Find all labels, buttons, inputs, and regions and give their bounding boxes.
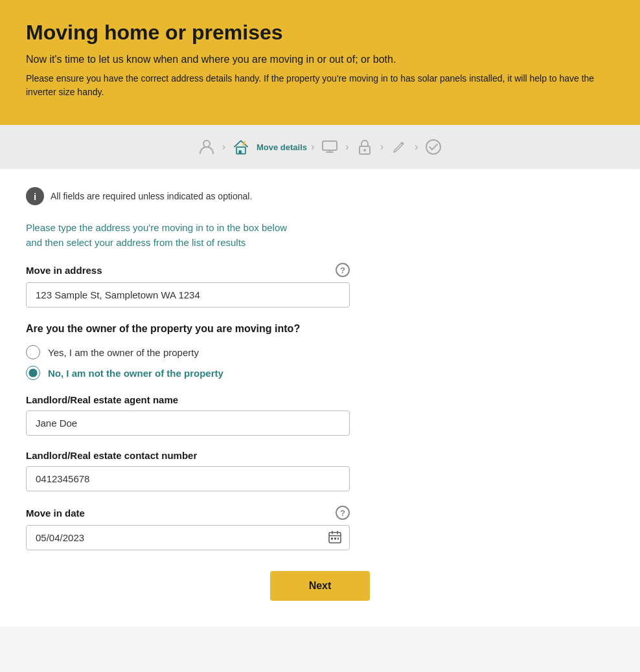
lock-icon (353, 135, 376, 159)
owner-question: Are you the owner of the property you ar… (26, 322, 614, 336)
chevron-icon-1: › (222, 141, 225, 153)
landlord-name-label-row: Landlord/Real estate agent name (26, 394, 350, 405)
move-date-label: Move in date (26, 508, 85, 519)
radio-yes-owner[interactable] (26, 345, 40, 359)
calendar-icon (328, 530, 342, 544)
svg-rect-9 (331, 537, 333, 539)
svg-point-7 (426, 140, 440, 154)
svg-rect-4 (323, 141, 337, 150)
owner-question-section: Are you the owner of the property you ar… (26, 322, 614, 380)
landlord-contact-label: Landlord/Real estate contact number (26, 450, 197, 461)
address-input[interactable] (26, 282, 350, 308)
svg-rect-2 (238, 150, 241, 153)
radio-option-yes[interactable]: Yes, I am the owner of the property (26, 345, 614, 359)
next-button[interactable]: Next (270, 571, 371, 601)
stepper-item-account[interactable] (195, 135, 218, 159)
move-date-form-group: Move in date ? (26, 506, 350, 550)
header-subtitle: Now it's time to let us know when and wh… (26, 54, 614, 65)
chevron-icon-2: › (311, 141, 314, 153)
radio-option-no[interactable]: No, I am not the owner of the property (26, 366, 614, 380)
checkmark-icon (422, 135, 445, 159)
radio-no-owner[interactable] (26, 366, 40, 380)
stepper-item-move-details[interactable]: Move details (229, 135, 307, 159)
stepper-item-sign[interactable] (387, 135, 411, 159)
header-note: Please ensure you have the correct addre… (26, 72, 614, 99)
stepper-item-security[interactable] (353, 135, 376, 159)
svg-rect-10 (334, 537, 336, 539)
move-date-input[interactable] (26, 525, 350, 550)
landlord-name-input[interactable] (26, 410, 350, 436)
address-label-row: Move in address ? (26, 263, 350, 277)
address-label: Move in address (26, 265, 102, 276)
svg-point-3 (243, 142, 246, 145)
form-instruction: Please type the address you're moving in… (26, 221, 298, 250)
landlord-contact-form-group: Landlord/Real estate contact number (26, 450, 350, 491)
stepper-label-move-details: Move details (257, 142, 307, 152)
stepper-item-plan[interactable] (318, 135, 341, 159)
info-notice-text: All fields are required unless indicated… (51, 191, 252, 201)
landlord-contact-input[interactable] (26, 466, 350, 491)
chevron-icon-3: › (345, 141, 349, 153)
move-date-label-row: Move in date ? (26, 506, 350, 520)
landlord-name-label: Landlord/Real estate agent name (26, 394, 178, 405)
address-form-group: Move in address ? (26, 263, 350, 308)
svg-point-6 (363, 149, 366, 151)
radio-no-label: No, I am not the owner of the property (48, 368, 223, 379)
chevron-icon-5: › (415, 141, 418, 153)
landlord-name-form-group: Landlord/Real estate agent name (26, 394, 350, 436)
info-icon: i (26, 187, 44, 205)
stepper-items: › Move details › (195, 135, 446, 162)
screen-icon (318, 135, 341, 159)
info-notice: i All fields are required unless indicat… (26, 187, 614, 205)
stepper-arrow (627, 163, 640, 170)
stepper-nav: › Move details › (0, 125, 640, 169)
radio-group-owner: Yes, I am the owner of the property No, … (26, 345, 614, 380)
main-content: i All fields are required unless indicat… (0, 169, 640, 627)
calendar-icon-button[interactable] (326, 528, 343, 547)
svg-point-0 (203, 140, 210, 147)
landlord-contact-label-row: Landlord/Real estate contact number (26, 450, 350, 461)
page-title: Moving home or premises (26, 21, 614, 45)
house-move-icon (229, 135, 253, 159)
date-help-icon[interactable]: ? (336, 506, 350, 520)
radio-yes-label: Yes, I am the owner of the property (48, 347, 199, 358)
chevron-icon-4: › (380, 141, 383, 153)
address-help-icon[interactable]: ? (336, 263, 350, 277)
date-input-wrapper (26, 525, 350, 550)
header-banner: Moving home or premises Now it's time to… (0, 0, 640, 125)
pen-icon (387, 135, 411, 159)
stepper-item-confirm[interactable] (422, 135, 445, 159)
svg-rect-11 (337, 537, 339, 539)
person-icon (195, 135, 218, 159)
